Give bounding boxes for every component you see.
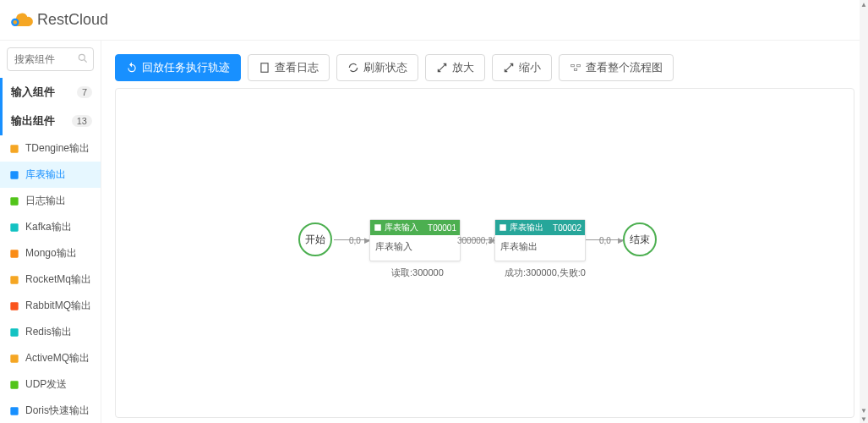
svg-rect-8	[10, 276, 18, 283]
sidebar-item[interactable]: UDP发送	[0, 371, 101, 398]
sidebar-item[interactable]: Redis输出	[0, 319, 101, 345]
svg-rect-20	[374, 224, 381, 231]
svg-rect-17	[571, 65, 575, 67]
component-icon	[8, 248, 20, 260]
component-icon	[8, 274, 20, 286]
item-label: Mongo输出	[25, 246, 77, 261]
component-icon	[8, 169, 20, 181]
component-icon	[8, 222, 20, 233]
component-icon	[8, 327, 20, 338]
svg-rect-19	[574, 69, 577, 70]
file-icon	[259, 62, 270, 74]
svg-rect-4	[10, 171, 18, 179]
svg-rect-10	[10, 328, 18, 336]
svg-rect-16	[261, 63, 268, 73]
group-output[interactable]: 输出组件 13	[0, 107, 101, 135]
header: RestCloud	[0, 0, 868, 41]
scroll-down-icon[interactable]: ▼	[860, 406, 868, 415]
item-label: Redis输出	[25, 325, 72, 339]
zoom-in-button[interactable]: 放大	[425, 54, 485, 81]
component-icon	[8, 405, 20, 417]
output-item-list: TDengine输出库表输出日志输出Kafka输出Mongo输出RocketMq…	[0, 135, 101, 423]
shrink-icon	[503, 62, 515, 74]
scroll-down-icon[interactable]: ▼	[860, 415, 868, 423]
component-icon	[8, 300, 20, 312]
scrollbar-vertical[interactable]: ▲ ▼ ▼	[860, 0, 868, 423]
replay-button[interactable]: 回放任务执行轨迹	[115, 54, 241, 81]
svg-rect-9	[10, 302, 18, 310]
view-full-button[interactable]: 查看整个流程图	[559, 54, 674, 81]
end-node[interactable]: 结束	[623, 222, 657, 256]
scroll-up-icon[interactable]: ▲	[860, 0, 868, 8]
svg-rect-21	[500, 224, 506, 231]
svg-rect-12	[10, 381, 18, 388]
sidebar-item[interactable]: Doris快速输出	[0, 398, 101, 423]
cloud-icon	[10, 8, 34, 32]
flow-icon	[570, 62, 581, 74]
sidebar-item[interactable]: RocketMq输出	[0, 266, 101, 293]
logs-button[interactable]: 查看日志	[248, 54, 330, 81]
edge-3-label: 0,0	[599, 236, 611, 245]
item-label: ActiveMQ输出	[25, 351, 90, 365]
sidebar-item[interactable]: 日志输出	[0, 188, 101, 214]
sidebar: 输入组件 7 输出组件 13 TDengine输出库表输出日志输出Kafka输出…	[0, 41, 101, 423]
svg-rect-18	[577, 65, 581, 67]
edge-1-label: 0,0	[349, 236, 361, 245]
output-node[interactable]: 库表输出 T00002 库表输出	[494, 219, 586, 261]
refresh-icon	[347, 62, 359, 74]
sidebar-item[interactable]: TDengine输出	[0, 135, 101, 162]
expand-icon	[436, 62, 448, 74]
svg-rect-7	[10, 250, 18, 257]
node1-stat: 读取:300000	[391, 266, 444, 279]
component-icon	[8, 353, 20, 365]
flow-canvas[interactable]: 开始 0,0 ▶ 库表输入 T00001 库表输入 读取:300000 3000…	[115, 88, 854, 418]
brand-text: RestCloud	[37, 11, 108, 29]
svg-point-1	[79, 54, 85, 60]
item-label: 日志输出	[25, 194, 66, 208]
item-label: RocketMq输出	[25, 272, 91, 287]
sidebar-item[interactable]: RabbitMQ输出	[0, 293, 101, 319]
component-icon	[8, 195, 20, 207]
refresh-button[interactable]: 刷新状态	[336, 54, 418, 81]
table-icon	[374, 223, 382, 232]
item-label: TDengine输出	[25, 141, 90, 156]
component-icon	[8, 143, 20, 155]
sidebar-item[interactable]: Kafka输出	[0, 214, 101, 240]
svg-rect-3	[10, 145, 18, 152]
canvas-area: 回放任务执行轨迹 查看日志 刷新状态 放大 缩小 查看整个流程图	[101, 41, 868, 423]
search-box	[0, 41, 101, 78]
toolbar: 回放任务执行轨迹 查看日志 刷新状态 放大 缩小 查看整个流程图	[115, 54, 854, 81]
zoom-out-button[interactable]: 缩小	[492, 54, 552, 81]
logo: RestCloud	[10, 8, 108, 32]
group-input[interactable]: 输入组件 7	[0, 78, 101, 107]
svg-rect-13	[10, 407, 18, 415]
replay-icon	[126, 62, 138, 74]
sidebar-item[interactable]: ActiveMQ输出	[0, 345, 101, 371]
node2-stat: 成功:300000,失败:0	[505, 266, 586, 279]
component-icon	[8, 379, 20, 391]
search-icon	[77, 52, 89, 64]
svg-rect-6	[10, 223, 18, 231]
item-label: UDP发送	[25, 377, 67, 392]
svg-rect-5	[10, 197, 18, 205]
table-icon	[499, 223, 507, 232]
item-label: RabbitMQ输出	[25, 299, 91, 313]
start-node[interactable]: 开始	[298, 222, 332, 256]
sidebar-item[interactable]: 库表输出	[0, 162, 101, 188]
item-label: Kafka输出	[25, 220, 72, 234]
item-label: Doris快速输出	[25, 404, 90, 418]
input-node[interactable]: 库表输入 T00001 库表输入	[369, 219, 461, 261]
sidebar-item[interactable]: Mongo输出	[0, 240, 101, 266]
item-label: 库表输出	[25, 168, 66, 182]
svg-line-2	[85, 60, 87, 63]
svg-rect-11	[10, 354, 18, 362]
